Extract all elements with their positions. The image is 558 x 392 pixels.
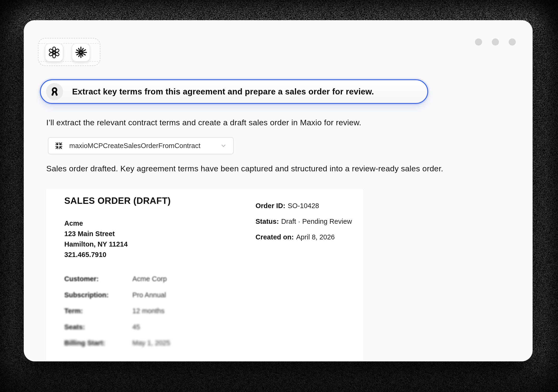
field-value: May 1, 2025 (132, 339, 170, 347)
person-icon (49, 86, 60, 97)
window-controls (475, 38, 516, 45)
field-row-customer: Customer:Acme Corp (64, 274, 167, 284)
assistant-result-text: Sales order drafted. Key agreement terms… (46, 164, 443, 173)
window-control-dot[interactable] (492, 38, 499, 45)
stage: Extract key terms from this agreement an… (0, 0, 558, 392)
field-value: 45 (132, 323, 140, 331)
vendor-name: Acme (64, 218, 128, 228)
app-window: Extract key terms from this agreement an… (24, 20, 533, 361)
field-value: Pro Annual (132, 291, 166, 299)
openai-logo-tile (45, 43, 63, 62)
assistant-intro-text: I’ll extract the relevant contract terms… (46, 118, 361, 127)
window-control-dot[interactable] (509, 38, 516, 45)
status-row: Status:Draft · Pending Review (255, 217, 352, 226)
window-control-dot[interactable] (475, 38, 482, 45)
vendor-city: Hamilton, NY 11214 (64, 239, 128, 249)
logo-tray (38, 38, 100, 66)
field-label: Term: (64, 306, 132, 316)
sales-order-card: SALES ORDER (DRAFT) Order ID:SO-10428 St… (46, 189, 364, 361)
vendor-address: Acme 123 Main Street Hamilton, NY 11214 … (64, 218, 128, 260)
sales-order-title: SALES ORDER (DRAFT) (64, 196, 171, 206)
status-value: Draft · Pending Review (281, 218, 352, 225)
user-prompt-bubble: Extract key terms from this agreement an… (40, 79, 428, 104)
vendor-phone: 321.465.7910 (64, 249, 128, 260)
created-on-value: April 8, 2026 (296, 233, 335, 241)
created-on-row: Created on:April 8, 2026 (255, 232, 352, 242)
sales-order-meta: Order ID:SO-10428 Status:Draft · Pending… (255, 201, 352, 248)
order-id-value: SO-10428 (288, 202, 319, 209)
maxio-logo-tile (72, 43, 90, 62)
field-row-term: Term:12 months (64, 306, 164, 316)
field-label: Seats: (64, 322, 132, 332)
maxio-mark-icon (55, 141, 63, 150)
tool-select[interactable]: maxioMCPCreateSalesOrderFromContract (48, 137, 234, 154)
field-label: Customer: (64, 274, 132, 284)
order-id-row: Order ID:SO-10428 (255, 201, 352, 210)
field-value: 12 months (132, 307, 164, 315)
vendor-street: 123 Main Street (64, 228, 128, 239)
field-row-seats: Seats:45 (64, 322, 140, 332)
chevron-down-icon (220, 142, 227, 149)
field-row-subscription: Subscription:Pro Annual (64, 290, 166, 300)
created-on-label: Created on: (255, 233, 294, 241)
status-label: Status: (255, 218, 279, 225)
user-avatar (46, 83, 63, 100)
maxio-burst-icon (74, 46, 87, 59)
openai-icon (48, 46, 60, 59)
field-label: Billing Start: (64, 338, 132, 348)
user-prompt-text: Extract key terms from this agreement an… (72, 87, 374, 96)
order-id-label: Order ID: (255, 202, 285, 209)
field-value: Acme Corp (132, 275, 167, 283)
tool-select-label: maxioMCPCreateSalesOrderFromContract (69, 142, 201, 150)
field-label: Subscription: (64, 290, 132, 300)
field-row-billing-start: Billing Start:May 1, 2025 (64, 338, 170, 348)
